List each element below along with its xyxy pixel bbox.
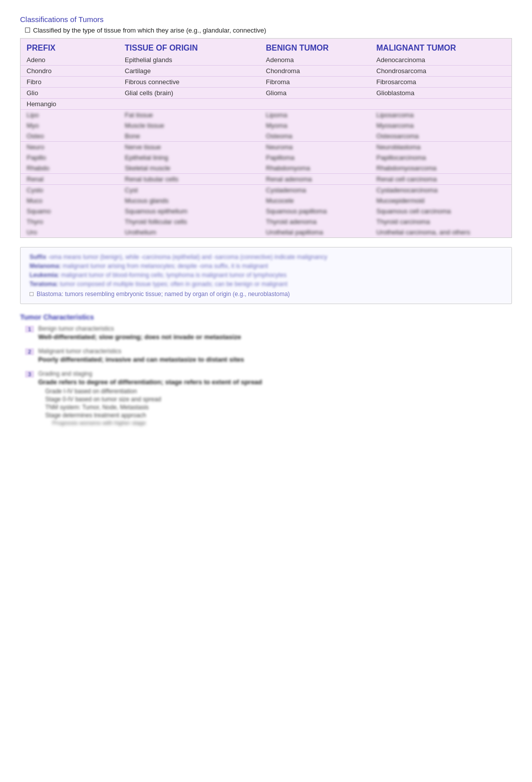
cell-tissue: Glial cells (brain) (119, 88, 260, 99)
item-title: Malignant tumor characteristics (38, 348, 244, 355)
cell-prefix: Muco (21, 195, 119, 206)
cell-tissue: Fibrous connective (119, 77, 260, 88)
subtitle-text: Classified by the type of tissue from wh… (33, 27, 266, 34)
cell-prefix: Chondro (21, 66, 119, 77)
item-title: Grading and staging (38, 370, 262, 377)
cell-malignant: Renal cell carcinoma (370, 174, 511, 185)
cell-prefix: Papillo (21, 152, 119, 163)
cell-tissue (119, 99, 260, 110)
cell-prefix: Cysto (21, 185, 119, 196)
sub-item: Stage 0-IV based on tumor size and sprea… (45, 396, 262, 403)
item-num-badge: 2 (25, 348, 34, 355)
cell-benign: Renal adenoma (260, 174, 371, 185)
cell-prefix: Myo (21, 120, 119, 131)
item-desc: Poorly differentiated; invasive and can … (38, 356, 244, 363)
table-row: AdenoEpithelial glandsAdenomaAdenocarcin… (21, 55, 511, 66)
cell-tissue: Cartilage (119, 66, 260, 77)
cell-benign: Chondroma (260, 66, 371, 77)
table-row: SquamoSquamous epitheliumSquamous papill… (21, 206, 511, 216)
cell-malignant: Osteosarcoma (370, 131, 511, 142)
sub-item: Grade I-IV based on differentiation (45, 388, 262, 395)
table-row: OsteoBoneOsteomaOsteosarcoma (21, 131, 511, 142)
cell-tissue: Muscle tissue (119, 120, 260, 131)
cell-prefix: Fibro (21, 77, 119, 88)
cell-prefix: Lipo (21, 110, 119, 121)
subtitle-row: Classified by the type of tissue from wh… (20, 27, 512, 34)
cell-prefix: Osteo (21, 131, 119, 142)
cell-prefix: Squamo (21, 206, 119, 216)
cell-malignant: Fibrosarcoma (370, 77, 511, 88)
cell-prefix: Adeno (21, 55, 119, 66)
cell-tissue: Bone (119, 131, 260, 142)
cell-malignant: Mucoepidermoid (370, 195, 511, 206)
sub-item: TNM system: Tumor, Node, Metastasis (45, 404, 262, 411)
cell-benign: Myoma (260, 120, 371, 131)
cell-tissue: Urothelium (119, 227, 260, 237)
cell-malignant: Neuroblastoma (370, 142, 511, 153)
notes-box: Suffix -oma means tumor (benign), while … (20, 247, 512, 304)
table-row: ChondroCartilageChondromaChondrosarcoma (21, 66, 511, 77)
section2-item: 3Grading and stagingGrade refers to degr… (25, 370, 512, 427)
table-row: Hemangio (21, 99, 511, 110)
sub-item: Stage determines treatment approachProgn… (45, 412, 262, 426)
cell-benign: Adenoma (260, 55, 371, 66)
cell-benign (260, 99, 371, 110)
header-prefix: PREFIX (21, 39, 119, 55)
item-title: Benign tumor characteristics (38, 325, 241, 332)
cell-malignant: Liposarcoma (370, 110, 511, 121)
table-row: LipoFat tissueLipomaLiposarcoma (21, 110, 511, 121)
notes-bullet-icon (30, 292, 34, 296)
cell-tissue: Nerve tissue (119, 142, 260, 153)
sub-list: Grade I-IV based on differentiationStage… (38, 388, 262, 426)
table-row: ThyroThyroid follicular cellsThyroid ade… (21, 216, 511, 227)
cell-tissue: Epithelial lining (119, 152, 260, 163)
cell-tissue: Skeletal muscle (119, 163, 260, 174)
cell-prefix: Rhabdo (21, 163, 119, 174)
item-content: Grading and stagingGrade refers to degre… (38, 370, 262, 427)
notes-line-1: Suffix -oma means tumor (benign), while … (30, 253, 502, 260)
cell-benign: Squamous papilloma (260, 206, 371, 216)
cell-prefix: Renal (21, 174, 119, 185)
section2-item: 2Malignant tumor characteristicsPoorly d… (25, 348, 512, 363)
cell-malignant (370, 99, 511, 110)
header-tissue: TISSUE OF ORIGIN (119, 39, 260, 55)
notes-line-2: Melanoma: malignant tumor arising from m… (30, 263, 502, 270)
table-row: CystoCystCystadenomaCystadenocarcinoma (21, 185, 511, 196)
cell-benign: Lipoma (260, 110, 371, 121)
cell-malignant: Rhabdomyosarcoma (370, 163, 511, 174)
cell-malignant: Myosarcoma (370, 120, 511, 131)
sub-sub-item: Prognosis worsens with higher stage (52, 420, 262, 426)
cell-prefix: Thyro (21, 216, 119, 227)
notes-bottom: Blastoma: tumors resembling embryonic ti… (30, 291, 502, 298)
table-row: PapilloEpithelial liningPapillomaPapillo… (21, 152, 511, 163)
notes-line-3: Leukemia: malignant tumor of blood-formi… (30, 272, 502, 279)
cell-malignant: Cystadenocarcinoma (370, 185, 511, 196)
cell-malignant: Thyroid carcinoma (370, 216, 511, 227)
item-desc: Well-differentiated; slow growing; does … (38, 333, 241, 341)
bullet-icon (25, 28, 30, 33)
table-row: NeuroNerve tissueNeuromaNeuroblastoma (21, 142, 511, 153)
cell-prefix: Glio (21, 88, 119, 99)
item-content: Malignant tumor characteristicsPoorly di… (38, 348, 244, 363)
table-row: MyoMuscle tissueMyomaMyosarcoma (21, 120, 511, 131)
cell-tissue: Fat tissue (119, 110, 260, 121)
item-num-badge: 1 (25, 326, 34, 333)
cell-malignant: Urothelial carcinoma, and others (370, 227, 511, 237)
cell-malignant: Chondrosarcoma (370, 66, 511, 77)
tumor-table-wrapper: PREFIX TISSUE OF ORIGIN BENIGN TUMOR MAL… (20, 38, 512, 238)
cell-benign: Cystadenoma (260, 185, 371, 196)
section2-list: 1Benign tumor characteristicsWell-differ… (20, 325, 512, 427)
tumor-table: PREFIX TISSUE OF ORIGIN BENIGN TUMOR MAL… (21, 39, 511, 237)
table-row: UroUrotheliumUrothelial papillomaUrothel… (21, 227, 511, 237)
cell-benign: Thyroid adenoma (260, 216, 371, 227)
item-content: Benign tumor characteristicsWell-differe… (38, 325, 241, 341)
cell-prefix: Uro (21, 227, 119, 237)
cell-tissue: Cyst (119, 185, 260, 196)
page-title: Classifications of Tumors (20, 15, 512, 24)
section2-title: Tumor Characteristics (20, 313, 512, 321)
notes-line-4: Teratoma: tumor composed of multiple tis… (30, 281, 502, 288)
cell-benign: Glioma (260, 88, 371, 99)
cell-malignant: Glioblastoma (370, 88, 511, 99)
cell-benign: Papilloma (260, 152, 371, 163)
cell-prefix: Neuro (21, 142, 119, 153)
